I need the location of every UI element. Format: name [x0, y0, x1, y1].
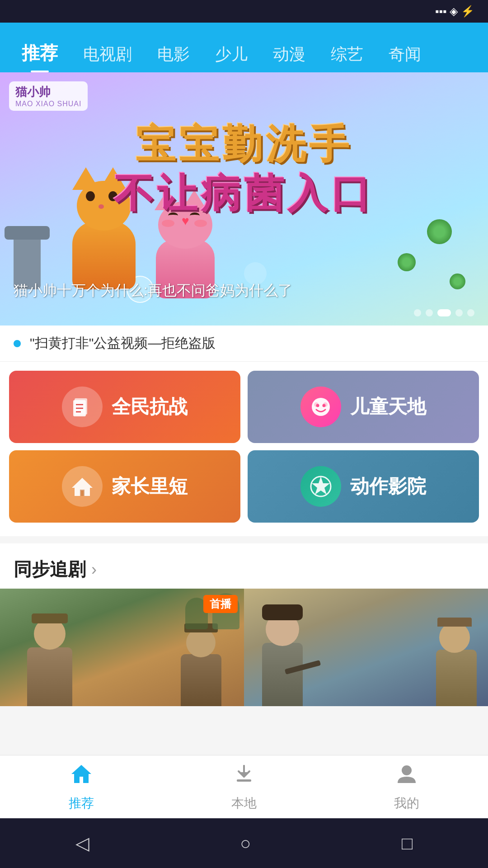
dot-3 [437, 309, 451, 316]
svg-marker-18 [239, 772, 249, 778]
category-dongzuo[interactable]: 动作影院 [248, 450, 479, 523]
svg-rect-15 [237, 779, 251, 782]
video-card-2[interactable] [244, 589, 488, 706]
dot-2 [426, 309, 433, 316]
bottom-nav: 推荐 本地 我的 [0, 755, 488, 818]
svg-point-8 [314, 402, 319, 407]
category-quanmin-icon [62, 387, 103, 427]
category-jiazhang[interactable]: 家长里短 [9, 450, 240, 523]
svg-rect-11 [80, 490, 84, 496]
category-dongzuo-label: 动作影院 [350, 474, 426, 499]
virus1 [427, 219, 452, 244]
nav-item-recommend[interactable]: 推荐 [9, 41, 70, 66]
bottom-tab-local[interactable]: 本地 [231, 762, 257, 812]
user-icon [395, 762, 418, 791]
dot-4 [455, 309, 463, 316]
nav-item-tv[interactable]: 电视剧 [70, 43, 145, 66]
virus3 [450, 274, 465, 289]
nav-item-kids[interactable]: 少儿 [202, 43, 260, 66]
category-jiazhang-label: 家长里短 [112, 474, 188, 499]
banner-main-text: 宝宝勤洗手 不让病菌入口 [9, 118, 479, 221]
sync-section-title: 同步追剧 [14, 557, 86, 582]
banner-subtitle: 猫小帅十万个为什么:再也不问爸妈为什么了 [14, 281, 292, 301]
ticker-text: "扫黄打非"公益视频—拒绝盗版 [30, 334, 216, 353]
top-nav: 推荐 电视剧 电影 少儿 动漫 综艺 奇闻 [0, 23, 488, 72]
home-button[interactable]: ○ [240, 833, 251, 854]
category-quanmin[interactable]: 全民抗战 [9, 371, 240, 443]
svg-point-9 [323, 402, 328, 407]
banner-dots [414, 309, 474, 316]
status-bar-icons: ▪▪▪ ◈ ⚡ [435, 5, 474, 18]
recents-button[interactable]: □ [402, 833, 413, 854]
video-badge-1: 首播 [203, 595, 238, 613]
video-grid: 首播 [0, 589, 488, 706]
nav-item-anime[interactable]: 动漫 [260, 43, 318, 66]
nav-item-news[interactable]: 奇闻 [376, 43, 434, 66]
ticker-bar: "扫黄打非"公益视频—拒绝盗版 [0, 326, 488, 362]
category-jiazhang-icon [62, 466, 103, 507]
nav-item-variety[interactable]: 综艺 [318, 43, 376, 66]
android-nav: ◁ ○ □ [0, 818, 488, 868]
back-button[interactable]: ◁ [75, 833, 89, 854]
svg-point-19 [402, 765, 412, 775]
category-dongzuo-icon [300, 466, 341, 507]
status-bar: ▪▪▪ ◈ ⚡ [0, 0, 488, 23]
banner[interactable]: 猫小帅 MAO XIAO SHUAI 宝宝勤洗手 不让病菌入口 [0, 72, 488, 326]
dot-1 [414, 309, 421, 316]
category-ertong-icon [300, 387, 341, 427]
svg-marker-14 [71, 765, 91, 783]
dot-5 [467, 309, 474, 316]
svg-point-5 [312, 398, 330, 416]
video-card-1[interactable]: 首播 [0, 589, 244, 706]
ticker-dot [14, 340, 21, 347]
download-icon [232, 762, 256, 791]
bottom-tab-mine[interactable]: 我的 [394, 762, 419, 812]
virus2 [398, 253, 416, 271]
bottom-tab-recommend-label: 推荐 [69, 795, 94, 812]
bottom-tab-local-label: 本地 [231, 795, 257, 812]
category-ertong-label: 儿童天地 [350, 394, 426, 420]
nav-item-movie[interactable]: 电影 [145, 43, 202, 66]
category-ertong[interactable]: 儿童天地 [248, 371, 479, 443]
home-icon [70, 762, 93, 791]
sync-section-arrow: › [91, 560, 97, 579]
category-quanmin-label: 全民抗战 [112, 394, 188, 420]
bottom-tab-recommend[interactable]: 推荐 [69, 762, 94, 812]
sync-section-header[interactable]: 同步追剧 › [0, 543, 488, 589]
bottom-tab-mine-label: 我的 [394, 795, 419, 812]
categories-grid: 全民抗战 儿童天地 家长里短 [0, 362, 488, 536]
banner-logo: 猫小帅 MAO XIAO SHUAI [9, 81, 88, 111]
